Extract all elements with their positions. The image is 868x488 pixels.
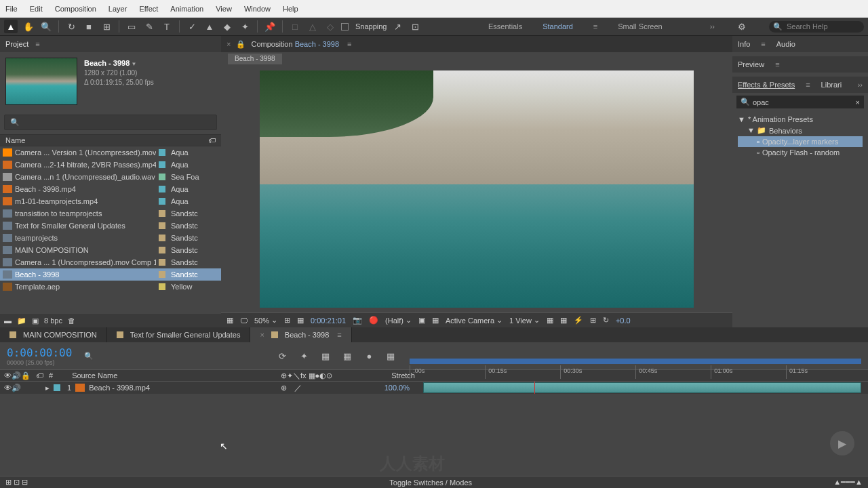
- col-label-icon[interactable]: 🏷: [208, 136, 216, 144]
- label-swatch[interactable]: [159, 222, 165, 229]
- comp-panel-menu-icon[interactable]: ≡: [347, 40, 351, 48]
- project-item[interactable]: Text for Smaller General Updates Sandstc: [0, 220, 221, 232]
- project-item[interactable]: Camera ... 1 (Uncompressed).mov Comp 1 S…: [0, 256, 221, 268]
- current-timecode[interactable]: 0:00:00:00: [0, 346, 79, 359]
- preset-opacity-flash[interactable]: ▫ Opacity Flash - random: [738, 147, 863, 158]
- snap-option-icon[interactable]: ↗: [391, 20, 405, 33]
- channel-icon[interactable]: 🔴: [369, 316, 378, 325]
- clone-tool-icon[interactable]: ▲: [203, 20, 216, 33]
- col-name[interactable]: Name: [5, 136, 208, 144]
- tree-behaviors[interactable]: ▼ 📁 Behaviors: [738, 125, 863, 136]
- puppet-tool-icon[interactable]: 📌: [263, 20, 277, 33]
- camera-tool-icon[interactable]: ■: [82, 20, 96, 33]
- menu-layer[interactable]: Layer: [108, 5, 127, 13]
- trash-icon[interactable]: 🗑: [68, 317, 75, 325]
- project-item[interactable]: transistion to teamprojects Sandstc: [0, 207, 221, 220]
- menu-help[interactable]: Help: [283, 5, 298, 13]
- timeline-icon[interactable]: ⊞: [590, 316, 596, 325]
- snapping-checkbox[interactable]: [341, 23, 349, 30]
- layer-switches[interactable]: ⊕ ／: [281, 383, 302, 393]
- workspace-essentials[interactable]: Essentials: [488, 22, 522, 30]
- effects-search-input[interactable]: [753, 98, 853, 106]
- alpha-icon[interactable]: ▦: [226, 316, 233, 325]
- roto-tool-icon[interactable]: ✦: [238, 20, 252, 33]
- camera-dropdown[interactable]: Active Camera ⌄: [446, 316, 502, 325]
- project-search[interactable]: 🔍: [4, 115, 217, 130]
- interpret-icon[interactable]: ▬: [4, 317, 12, 325]
- stretch-value[interactable]: 100.0%: [384, 384, 410, 392]
- project-item[interactable]: MAIN COMPOSITION Sandstc: [0, 244, 221, 256]
- audio-tab[interactable]: Audio: [776, 40, 795, 48]
- project-item[interactable]: Camera ... Version 1 (Uncompressed).mov …: [0, 146, 221, 159]
- label-swatch[interactable]: [159, 174, 165, 180]
- project-item[interactable]: Camera ...n 1 (Uncompressed)_audio.wav S…: [0, 171, 221, 183]
- tl-footer-icon[interactable]: ⊞ ⊡ ⊟: [5, 478, 28, 487]
- view-opt-icon[interactable]: ▦: [547, 316, 553, 325]
- breadcrumb-item[interactable]: Beach - 3998: [228, 54, 282, 64]
- composition-viewer[interactable]: [221, 66, 732, 312]
- menu-animation[interactable]: Animation: [170, 5, 203, 13]
- visibility-icon[interactable]: 👁🔊: [4, 384, 21, 392]
- project-item[interactable]: m1-01-teamprojects.mp4 Aqua: [0, 195, 221, 207]
- draft-3d-icon[interactable]: ●: [362, 349, 376, 363]
- timeline-layer-row[interactable]: 👁🔊 ▸ 1 Beach - 3998.mp4 ⊕ ／ 100.0%: [0, 382, 868, 394]
- menu-composition[interactable]: Composition: [55, 5, 96, 13]
- lock-icon[interactable]: 🔒: [236, 40, 245, 49]
- roi-icon[interactable]: ▣: [418, 316, 425, 325]
- brush-tool-icon[interactable]: ✓: [185, 20, 199, 33]
- libraries-tab[interactable]: Librari: [821, 81, 842, 89]
- workspace-standard[interactable]: Standard: [542, 22, 573, 30]
- tree-animation-presets[interactable]: ▼ * Animation Presets: [738, 114, 863, 125]
- label-swatch[interactable]: [159, 259, 165, 266]
- label-swatch[interactable]: [159, 247, 165, 253]
- frame-blend-icon[interactable]: ✦: [297, 349, 311, 363]
- layer-label-swatch[interactable]: [54, 384, 60, 391]
- menu-edit[interactable]: Edit: [30, 5, 43, 13]
- close-tab-icon[interactable]: ×: [226, 40, 231, 48]
- pixel-aspect-icon[interactable]: ▦: [560, 316, 567, 325]
- workspace-overflow-icon[interactable]: ››: [710, 22, 715, 30]
- pen-tool-icon[interactable]: ✎: [142, 20, 156, 33]
- new-folder-icon[interactable]: 📁: [17, 317, 26, 325]
- panel-menu-icon[interactable]: ≡: [775, 60, 779, 68]
- label-col-icon[interactable]: 🏷: [36, 371, 43, 380]
- view-dropdown[interactable]: 1 View ⌄: [509, 316, 540, 325]
- label-swatch[interactable]: [159, 198, 165, 205]
- snapshot-icon[interactable]: 📷: [353, 316, 362, 325]
- label-swatch[interactable]: [159, 235, 165, 241]
- source-col[interactable]: Source Name: [72, 371, 117, 380]
- panel-menu-icon[interactable]: ≡: [761, 40, 765, 48]
- transparency-icon[interactable]: ▦: [432, 316, 439, 325]
- menu-effect[interactable]: Effect: [139, 5, 158, 13]
- clear-search-icon[interactable]: ×: [856, 98, 860, 106]
- effects-presets-tab[interactable]: Effects & Presets: [738, 81, 795, 89]
- label-swatch[interactable]: [159, 186, 165, 192]
- zoom-dropdown[interactable]: 50% ⌄: [254, 316, 277, 325]
- label-swatch[interactable]: [159, 149, 165, 156]
- project-item[interactable]: Template.aep Yellow: [0, 281, 221, 293]
- zoom-slider[interactable]: ▲━━━▲: [833, 478, 863, 487]
- exposure-value[interactable]: +0.0: [616, 317, 631, 325]
- timeline-tab[interactable]: MAIN COMPOSITION: [0, 327, 107, 342]
- resolution-icon[interactable]: ⊞: [284, 316, 290, 325]
- fast-preview-icon[interactable]: ⚡: [574, 316, 583, 325]
- project-tab[interactable]: Project: [5, 40, 28, 48]
- project-item[interactable]: Camera ...2-14 bitrate, 2VBR Passes).mp4…: [0, 159, 221, 171]
- num-col[interactable]: #: [49, 371, 53, 380]
- hand-tool-icon[interactable]: ✋: [22, 20, 35, 33]
- label-swatch[interactable]: [159, 271, 165, 278]
- timeline-tab[interactable]: Text for Smaller General Updates: [107, 327, 251, 342]
- text-tool-icon[interactable]: T: [160, 20, 174, 33]
- grid-icon[interactable]: ▦: [297, 316, 304, 325]
- comp-tab-title[interactable]: Composition Beach - 3998: [251, 40, 339, 48]
- timeline-tab[interactable]: ×Beach - 3998 ≡: [250, 327, 351, 342]
- project-item[interactable]: Beach - 3998 Sandstc: [0, 268, 221, 281]
- eraser-tool-icon[interactable]: ◆: [220, 20, 234, 33]
- menu-window[interactable]: Window: [244, 5, 271, 13]
- rotate-tool-icon[interactable]: ↻: [64, 20, 78, 33]
- menu-file[interactable]: File: [5, 5, 18, 13]
- shy-icon[interactable]: ⟳: [275, 349, 289, 363]
- graph-editor-icon[interactable]: ▦: [384, 349, 397, 363]
- layer-name[interactable]: Beach - 3998.mp4: [89, 384, 150, 392]
- preview-tab[interactable]: Preview: [738, 60, 764, 68]
